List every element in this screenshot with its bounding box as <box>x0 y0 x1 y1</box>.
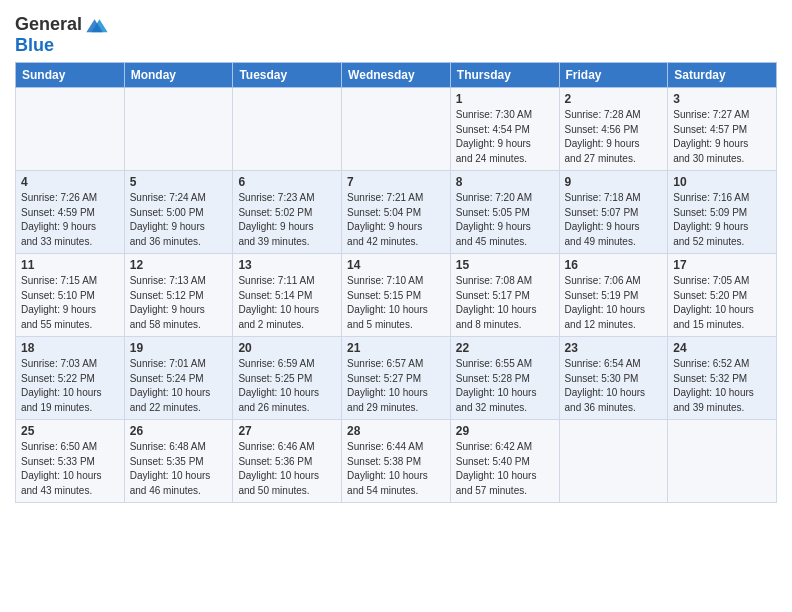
cell-info: Sunrise: 6:59 AM Sunset: 5:25 PM Dayligh… <box>238 357 336 415</box>
calendar-cell: 27Sunrise: 6:46 AM Sunset: 5:36 PM Dayli… <box>233 420 342 503</box>
calendar-cell: 10Sunrise: 7:16 AM Sunset: 5:09 PM Dayli… <box>668 171 777 254</box>
day-number: 18 <box>21 341 119 355</box>
day-number: 2 <box>565 92 663 106</box>
logo: General Blue <box>15 14 110 56</box>
calendar-cell: 21Sunrise: 6:57 AM Sunset: 5:27 PM Dayli… <box>342 337 451 420</box>
day-number: 19 <box>130 341 228 355</box>
cell-info: Sunrise: 7:11 AM Sunset: 5:14 PM Dayligh… <box>238 274 336 332</box>
day-number: 14 <box>347 258 445 272</box>
cell-info: Sunrise: 7:26 AM Sunset: 4:59 PM Dayligh… <box>21 191 119 249</box>
cell-info: Sunrise: 7:18 AM Sunset: 5:07 PM Dayligh… <box>565 191 663 249</box>
cell-info: Sunrise: 6:44 AM Sunset: 5:38 PM Dayligh… <box>347 440 445 498</box>
calendar-cell: 18Sunrise: 7:03 AM Sunset: 5:22 PM Dayli… <box>16 337 125 420</box>
calendar-cell: 11Sunrise: 7:15 AM Sunset: 5:10 PM Dayli… <box>16 254 125 337</box>
cell-info: Sunrise: 6:57 AM Sunset: 5:27 PM Dayligh… <box>347 357 445 415</box>
col-header-friday: Friday <box>559 63 668 88</box>
cell-info: Sunrise: 6:55 AM Sunset: 5:28 PM Dayligh… <box>456 357 554 415</box>
day-number: 22 <box>456 341 554 355</box>
calendar-cell: 24Sunrise: 6:52 AM Sunset: 5:32 PM Dayli… <box>668 337 777 420</box>
page-container: General Blue SundayMondayTuesdayWednesda… <box>0 0 792 513</box>
col-header-thursday: Thursday <box>450 63 559 88</box>
calendar-cell <box>124 88 233 171</box>
calendar-cell: 26Sunrise: 6:48 AM Sunset: 5:35 PM Dayli… <box>124 420 233 503</box>
calendar-cell: 16Sunrise: 7:06 AM Sunset: 5:19 PM Dayli… <box>559 254 668 337</box>
cell-info: Sunrise: 7:03 AM Sunset: 5:22 PM Dayligh… <box>21 357 119 415</box>
calendar-cell: 3Sunrise: 7:27 AM Sunset: 4:57 PM Daylig… <box>668 88 777 171</box>
cell-info: Sunrise: 6:42 AM Sunset: 5:40 PM Dayligh… <box>456 440 554 498</box>
day-number: 3 <box>673 92 771 106</box>
day-number: 26 <box>130 424 228 438</box>
cell-info: Sunrise: 7:06 AM Sunset: 5:19 PM Dayligh… <box>565 274 663 332</box>
week-row-2: 4Sunrise: 7:26 AM Sunset: 4:59 PM Daylig… <box>16 171 777 254</box>
calendar-cell: 28Sunrise: 6:44 AM Sunset: 5:38 PM Dayli… <box>342 420 451 503</box>
day-number: 16 <box>565 258 663 272</box>
calendar-cell: 1Sunrise: 7:30 AM Sunset: 4:54 PM Daylig… <box>450 88 559 171</box>
logo-general: General <box>15 14 82 35</box>
cell-info: Sunrise: 7:05 AM Sunset: 5:20 PM Dayligh… <box>673 274 771 332</box>
cell-info: Sunrise: 7:23 AM Sunset: 5:02 PM Dayligh… <box>238 191 336 249</box>
day-number: 10 <box>673 175 771 189</box>
day-number: 25 <box>21 424 119 438</box>
calendar-table: SundayMondayTuesdayWednesdayThursdayFrid… <box>15 62 777 503</box>
logo-icon <box>84 16 110 34</box>
cell-info: Sunrise: 7:27 AM Sunset: 4:57 PM Dayligh… <box>673 108 771 166</box>
calendar-cell: 20Sunrise: 6:59 AM Sunset: 5:25 PM Dayli… <box>233 337 342 420</box>
calendar-cell: 5Sunrise: 7:24 AM Sunset: 5:00 PM Daylig… <box>124 171 233 254</box>
day-number: 29 <box>456 424 554 438</box>
day-number: 23 <box>565 341 663 355</box>
cell-info: Sunrise: 6:50 AM Sunset: 5:33 PM Dayligh… <box>21 440 119 498</box>
day-number: 20 <box>238 341 336 355</box>
header-area: General Blue <box>15 10 777 56</box>
day-number: 11 <box>21 258 119 272</box>
cell-info: Sunrise: 7:15 AM Sunset: 5:10 PM Dayligh… <box>21 274 119 332</box>
day-number: 27 <box>238 424 336 438</box>
calendar-cell: 12Sunrise: 7:13 AM Sunset: 5:12 PM Dayli… <box>124 254 233 337</box>
week-row-5: 25Sunrise: 6:50 AM Sunset: 5:33 PM Dayli… <box>16 420 777 503</box>
calendar-cell: 17Sunrise: 7:05 AM Sunset: 5:20 PM Dayli… <box>668 254 777 337</box>
day-number: 1 <box>456 92 554 106</box>
col-header-monday: Monday <box>124 63 233 88</box>
cell-info: Sunrise: 6:48 AM Sunset: 5:35 PM Dayligh… <box>130 440 228 498</box>
calendar-cell <box>668 420 777 503</box>
header-row: SundayMondayTuesdayWednesdayThursdayFrid… <box>16 63 777 88</box>
cell-info: Sunrise: 7:01 AM Sunset: 5:24 PM Dayligh… <box>130 357 228 415</box>
cell-info: Sunrise: 7:28 AM Sunset: 4:56 PM Dayligh… <box>565 108 663 166</box>
day-number: 8 <box>456 175 554 189</box>
day-number: 15 <box>456 258 554 272</box>
col-header-tuesday: Tuesday <box>233 63 342 88</box>
logo-blue: Blue <box>15 35 54 56</box>
calendar-cell: 8Sunrise: 7:20 AM Sunset: 5:05 PM Daylig… <box>450 171 559 254</box>
calendar-cell: 14Sunrise: 7:10 AM Sunset: 5:15 PM Dayli… <box>342 254 451 337</box>
calendar-cell: 23Sunrise: 6:54 AM Sunset: 5:30 PM Dayli… <box>559 337 668 420</box>
calendar-cell <box>233 88 342 171</box>
calendar-cell: 2Sunrise: 7:28 AM Sunset: 4:56 PM Daylig… <box>559 88 668 171</box>
day-number: 24 <box>673 341 771 355</box>
day-number: 7 <box>347 175 445 189</box>
calendar-cell: 7Sunrise: 7:21 AM Sunset: 5:04 PM Daylig… <box>342 171 451 254</box>
calendar-cell: 9Sunrise: 7:18 AM Sunset: 5:07 PM Daylig… <box>559 171 668 254</box>
col-header-sunday: Sunday <box>16 63 125 88</box>
calendar-cell: 6Sunrise: 7:23 AM Sunset: 5:02 PM Daylig… <box>233 171 342 254</box>
week-row-3: 11Sunrise: 7:15 AM Sunset: 5:10 PM Dayli… <box>16 254 777 337</box>
cell-info: Sunrise: 7:21 AM Sunset: 5:04 PM Dayligh… <box>347 191 445 249</box>
cell-info: Sunrise: 7:10 AM Sunset: 5:15 PM Dayligh… <box>347 274 445 332</box>
day-number: 17 <box>673 258 771 272</box>
cell-info: Sunrise: 6:52 AM Sunset: 5:32 PM Dayligh… <box>673 357 771 415</box>
cell-info: Sunrise: 7:16 AM Sunset: 5:09 PM Dayligh… <box>673 191 771 249</box>
cell-info: Sunrise: 7:30 AM Sunset: 4:54 PM Dayligh… <box>456 108 554 166</box>
cell-info: Sunrise: 7:08 AM Sunset: 5:17 PM Dayligh… <box>456 274 554 332</box>
day-number: 12 <box>130 258 228 272</box>
cell-info: Sunrise: 7:13 AM Sunset: 5:12 PM Dayligh… <box>130 274 228 332</box>
calendar-cell <box>342 88 451 171</box>
col-header-saturday: Saturday <box>668 63 777 88</box>
calendar-cell: 4Sunrise: 7:26 AM Sunset: 4:59 PM Daylig… <box>16 171 125 254</box>
calendar-cell: 22Sunrise: 6:55 AM Sunset: 5:28 PM Dayli… <box>450 337 559 420</box>
day-number: 5 <box>130 175 228 189</box>
calendar-cell <box>16 88 125 171</box>
calendar-cell: 13Sunrise: 7:11 AM Sunset: 5:14 PM Dayli… <box>233 254 342 337</box>
day-number: 28 <box>347 424 445 438</box>
cell-info: Sunrise: 6:46 AM Sunset: 5:36 PM Dayligh… <box>238 440 336 498</box>
calendar-cell: 19Sunrise: 7:01 AM Sunset: 5:24 PM Dayli… <box>124 337 233 420</box>
calendar-cell <box>559 420 668 503</box>
week-row-4: 18Sunrise: 7:03 AM Sunset: 5:22 PM Dayli… <box>16 337 777 420</box>
